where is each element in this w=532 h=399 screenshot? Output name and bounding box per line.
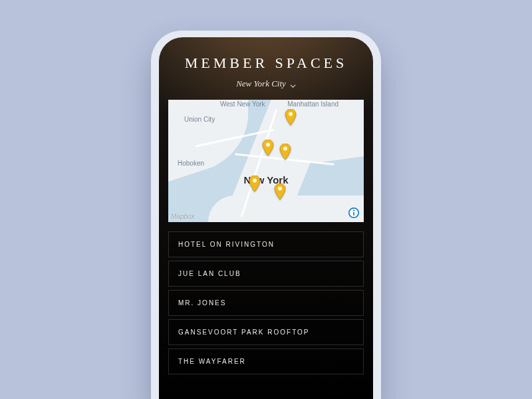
list-item[interactable]: JUE LAN CLUB — [168, 261, 364, 287]
city-selector-label: New York City — [236, 78, 286, 89]
list-item-label: GANSEVOORT PARK ROOFTOP — [178, 329, 310, 336]
city-selector[interactable]: New York City — [236, 78, 296, 89]
page-title: MEMBER SPACES — [159, 55, 373, 72]
svg-rect-7 — [353, 212, 354, 215]
map-pin-icon[interactable] — [249, 176, 261, 192]
map-pin-icon[interactable] — [285, 109, 297, 125]
map-pin-icon[interactable] — [262, 140, 274, 156]
list-item-label: HOTEL ON RIVINGTON — [178, 241, 275, 248]
map-label: Union City — [184, 116, 215, 123]
map-pin-icon[interactable] — [279, 144, 291, 160]
phone-frame: MEMBER SPACES New York City West New Yor… — [151, 31, 381, 399]
header: MEMBER SPACES New York City — [159, 37, 373, 89]
list-item[interactable]: HOTEL ON RIVINGTON — [168, 231, 364, 257]
map-land — [208, 196, 364, 222]
map-label: Manhattan Island — [287, 100, 338, 108]
svg-point-1 — [266, 143, 270, 147]
app-screen: MEMBER SPACES New York City West New Yor… — [159, 37, 373, 399]
info-icon[interactable] — [348, 207, 360, 219]
list-item[interactable]: THE WAYFARER — [168, 348, 364, 374]
svg-point-0 — [289, 112, 293, 116]
map-label: West New York — [220, 100, 265, 108]
list-item-label: JUE LAN CLUB — [178, 270, 241, 277]
list-item-label: THE WAYFARER — [178, 358, 246, 365]
list-item[interactable]: MR. JONES — [168, 290, 364, 316]
venue-list: HOTEL ON RIVINGTONJUE LAN CLUBMR. JONESG… — [168, 231, 364, 374]
map-label: Hoboken — [178, 160, 204, 167]
svg-point-6 — [353, 209, 354, 211]
map[interactable]: West New York Union City Hoboken Manhatt… — [168, 100, 364, 222]
svg-point-2 — [283, 147, 287, 151]
map-attribution: Mapbox — [171, 213, 195, 220]
svg-point-4 — [278, 187, 282, 191]
map-pin-icon[interactable] — [274, 184, 286, 200]
map-center-label: New York — [168, 174, 364, 186]
list-item-label: MR. JONES — [178, 299, 226, 307]
svg-point-3 — [253, 179, 257, 183]
chevron-down-icon — [290, 81, 296, 87]
list-item[interactable]: GANSEVOORT PARK ROOFTOP — [168, 319, 364, 345]
